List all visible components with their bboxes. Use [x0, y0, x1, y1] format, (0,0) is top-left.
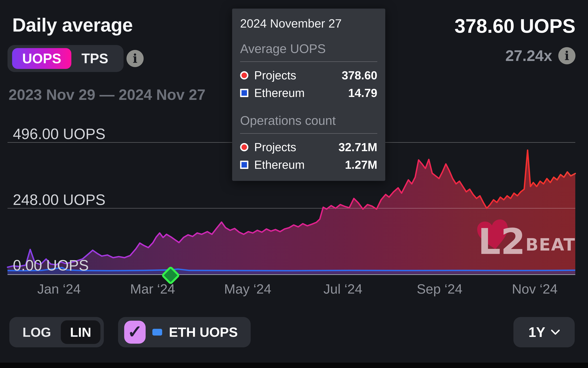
scale-toggle[interactable]: LOG LIN [9, 317, 104, 347]
legend-label: ETH UOPS [169, 324, 238, 340]
tooltip-date: 2024 November 27 [240, 17, 377, 30]
legend-eth-uops[interactable]: ✓ ETH UOPS [118, 317, 251, 347]
divider [240, 61, 377, 62]
svg-text:L2: L2 [478, 221, 525, 262]
info-icon[interactable]: i [127, 50, 144, 67]
y-axis-label: 496.00 UOPS [13, 125, 105, 143]
ethereum-marker-icon [240, 161, 248, 169]
x-axis-label: Sep ‘24 [401, 281, 478, 297]
metric-toggle-uops[interactable]: UOPS [12, 48, 71, 69]
divider [240, 133, 377, 134]
page-title: Daily average [12, 14, 133, 36]
info-icon[interactable]: i [558, 47, 575, 64]
bottom-edge-strip [0, 363, 588, 368]
scaling-factor: 27.24x [505, 47, 552, 64]
projects-marker-icon [240, 71, 248, 80]
y-axis-label: 0.00 UOPS [13, 257, 89, 274]
svg-text:BEAT: BEAT [525, 235, 576, 255]
x-axis-label: Jul ‘24 [304, 281, 381, 297]
tooltip-row: Ethereum 14.79 [240, 86, 377, 100]
metric-toggle-tps[interactable]: TPS [75, 51, 114, 66]
date-range: 2023 Nov 29 — 2024 Nov 27 [9, 86, 205, 103]
y-axis-label: 248.00 UOPS [13, 191, 105, 208]
scale-toggle-lin[interactable]: LIN [61, 320, 101, 344]
eth-series-color-chip [152, 329, 162, 336]
eth-uops-checkbox[interactable]: ✓ [124, 321, 146, 344]
headline-value: 378.60 UOPS [454, 15, 575, 37]
tooltip-row: Ethereum 1.27M [240, 158, 377, 171]
x-axis-label: Mar ‘24 [114, 281, 191, 297]
tooltip-row: Projects 378.60 [240, 69, 377, 82]
x-axis-label: May ‘24 [210, 281, 286, 297]
tooltip-section-heading: Operations count [240, 113, 377, 128]
tooltip-section-heading: Average UOPS [240, 42, 377, 56]
x-axis-label: Nov ‘24 [496, 281, 573, 297]
scale-toggle-log[interactable]: LOG [13, 325, 61, 340]
scaling-factor-row: 27.24x i [505, 47, 575, 64]
ethereum-marker-icon [240, 89, 248, 97]
x-axis-label: Jan ‘24 [21, 281, 97, 297]
time-range-value: 1Y [528, 324, 545, 340]
time-range-selector[interactable]: 1Y [514, 317, 575, 347]
projects-marker-icon [240, 143, 248, 151]
metric-toggle[interactable]: UOPS TPS [8, 45, 124, 72]
chevron-down-icon [551, 329, 560, 335]
checkmark-icon: ✓ [127, 321, 142, 342]
tooltip-row: Projects 32.71M [240, 140, 377, 154]
chart-tooltip: 2024 November 27 Average UOPS Projects 3… [232, 9, 385, 181]
